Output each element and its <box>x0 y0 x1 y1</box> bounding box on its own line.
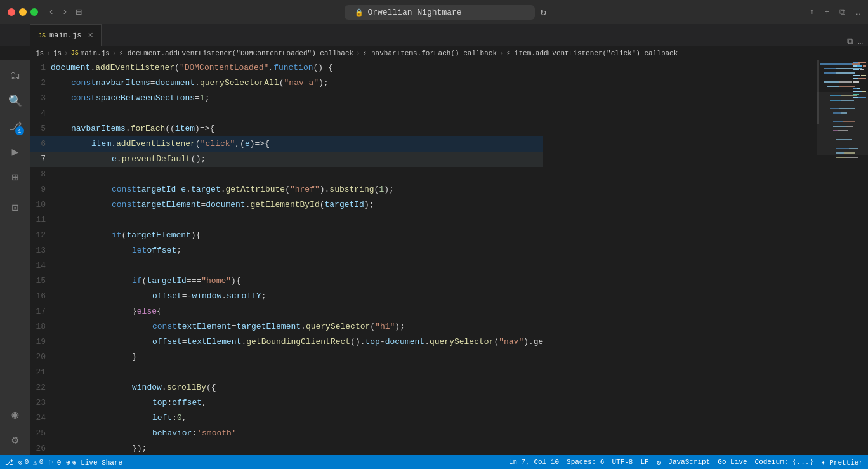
activitybar-explorer[interactable]: 🗂 <box>5 65 25 86</box>
titlebar: ‹ › ⊞ 🔒 Orwellian Nightmare ↻ ⬆ + ⧉ … <box>0 0 868 24</box>
maximize-button[interactable] <box>30 8 38 16</box>
statusbar-info[interactable]: ⚐ 0 <box>48 458 61 466</box>
code-line-9: const targetId = e.target.getAttribute("… <box>51 182 394 197</box>
line-number-2: 2 <box>30 76 51 91</box>
statusbar-go-live[interactable]: Go Live <box>718 458 747 466</box>
line-number-17: 17 <box>30 304 51 319</box>
breadcrumb-addevent[interactable]: ⚡ item.addEventListener("click") callbac… <box>506 49 678 57</box>
activitybar-run[interactable]: ▶ <box>5 142 25 162</box>
line-number-7: 7 <box>30 152 51 167</box>
table-row: 8 <box>30 167 543 182</box>
error-icon: ⊗ <box>18 458 23 466</box>
main-content: 🗂 🔍 ⎇ 1 ▶ ⊞ ⊡ ◉ ⚙ 1 document.addEventLis… <box>0 60 868 455</box>
line-number-15: 15 <box>30 274 51 289</box>
tab-mainjs[interactable]: JS main.js × <box>30 24 102 46</box>
titlebar-right: ⬆ + ⧉ … <box>810 7 860 17</box>
table-row: 13 let offset; <box>30 243 543 258</box>
tab-close-button[interactable]: × <box>88 30 93 41</box>
activitybar-settings[interactable]: ⚙ <box>5 430 25 450</box>
share-icon[interactable]: ⬆ <box>810 7 815 17</box>
svg-rect-14 <box>841 95 857 96</box>
activitybar-account[interactable]: ◉ <box>5 404 25 425</box>
close-button[interactable] <box>8 8 15 16</box>
code-line-7: e.preventDefault(); <box>51 152 206 167</box>
breadcrumb-mainjs[interactable]: JS main.js <box>71 50 110 57</box>
breadcrumb-foreach[interactable]: ⚡ navbarItems.forEach() callback <box>363 49 497 57</box>
table-row: 23 top: offset, <box>30 395 543 411</box>
line-number-8: 8 <box>30 167 51 182</box>
activitybar-remote[interactable]: ⊡ <box>5 197 25 218</box>
statusbar-spaces[interactable]: Spaces: 6 <box>567 458 604 466</box>
code-area[interactable]: 1 document.addEventListener("DOMContentL… <box>30 60 817 455</box>
statusbar-codeium[interactable]: Codeium: {...} <box>755 458 813 466</box>
statusbar-encoding[interactable]: UTF-8 <box>612 458 633 466</box>
table-row: 10 const targetElement = document.getEle… <box>30 197 543 213</box>
table-row: 25 behavior: 'smooth' <box>30 426 543 441</box>
back-button[interactable]: ‹ <box>48 6 55 18</box>
svg-rect-39 <box>857 65 862 67</box>
line-number-19: 19 <box>30 334 51 350</box>
statusbar-live-share[interactable]: ⊕ ⊕ Live Share <box>66 458 122 466</box>
statusbar-position[interactable]: Ln 7, Col 10 <box>509 458 559 466</box>
breadcrumb-domcontent[interactable]: ⚡ document.addEventListener("DOMContentL… <box>119 49 353 57</box>
breadcrumb-js2[interactable]: js <box>53 50 62 57</box>
svg-rect-42 <box>860 69 864 70</box>
activitybar-search[interactable]: 🔍 <box>5 91 25 111</box>
breadcrumb-sep1: › <box>46 50 51 57</box>
forward-button[interactable]: › <box>62 6 69 18</box>
svg-rect-47 <box>853 81 859 83</box>
sidebar-toggle[interactable]: ⊞ <box>76 6 82 18</box>
split-view-icon[interactable]: ⧉ <box>839 8 845 17</box>
svg-rect-44 <box>861 75 866 76</box>
source-control-badge: 1 <box>15 126 24 135</box>
code-line-3: const spaceBetweenSections = 1; <box>51 91 209 106</box>
line-number-26: 26 <box>30 441 51 455</box>
table-row: 24 left: 0, <box>30 411 543 426</box>
activitybar-extensions[interactable]: ⊞ <box>5 167 25 187</box>
line-number-1: 1 <box>30 60 51 76</box>
statusbar-sync[interactable]: ↻ <box>657 458 661 466</box>
activitybar: 🗂 🔍 ⎇ 1 ▶ ⊞ ⊡ ◉ ⚙ <box>0 60 30 455</box>
svg-rect-30 <box>836 152 844 154</box>
svg-rect-2 <box>852 63 860 65</box>
line-number-9: 9 <box>30 182 51 197</box>
line-number-4: 4 <box>30 106 51 121</box>
svg-rect-12 <box>817 92 868 155</box>
line-number-22: 22 <box>30 380 51 395</box>
more-tabs-icon[interactable]: … <box>858 37 863 46</box>
svg-rect-31 <box>844 152 855 154</box>
svg-rect-27 <box>836 139 852 140</box>
refresh-button[interactable]: ↻ <box>540 6 546 18</box>
line-number-6: 6 <box>30 136 51 152</box>
svg-rect-28 <box>836 148 849 149</box>
split-editor-icon[interactable]: ⧉ <box>847 37 853 46</box>
statusbar-line-ending[interactable]: LF <box>640 458 648 466</box>
statusbar-errors[interactable]: ⊗ 0 ⚠ 0 <box>18 458 43 466</box>
minimap <box>817 60 868 455</box>
table-row: 5 navbarItems.forEach((item) => { <box>30 121 543 136</box>
svg-rect-52 <box>853 94 859 95</box>
svg-rect-48 <box>853 88 857 89</box>
line-number-12: 12 <box>30 228 51 243</box>
activitybar-source-control[interactable]: ⎇ 1 <box>5 116 25 136</box>
warning-icon: ⚠ <box>33 458 37 466</box>
breadcrumb-sep3: › <box>112 50 117 57</box>
statusbar-git[interactable]: ⎇ <box>5 458 13 466</box>
svg-rect-41 <box>853 69 859 70</box>
table-row: 15 if (targetId === "home") { <box>30 274 543 289</box>
breadcrumb-js1[interactable]: js <box>36 50 44 57</box>
editor[interactable]: 1 document.addEventListener("DOMContentL… <box>30 60 868 455</box>
minimize-button[interactable] <box>19 8 27 16</box>
add-tab-icon[interactable]: + <box>824 8 829 17</box>
statusbar-language[interactable]: JavaScript <box>668 458 710 466</box>
table-row: 17 } else { <box>30 304 543 319</box>
address-bar[interactable]: 🔒 Orwellian Nightmare <box>345 5 535 20</box>
svg-rect-45 <box>853 78 858 79</box>
code-line-20: } <box>51 350 137 365</box>
warning-count: 0 <box>39 458 44 466</box>
svg-rect-54 <box>858 97 866 98</box>
svg-rect-15 <box>830 100 841 101</box>
svg-rect-23 <box>833 126 846 127</box>
more-options-icon[interactable]: … <box>855 8 860 17</box>
statusbar-prettier[interactable]: ✦ Prettier <box>821 458 863 466</box>
